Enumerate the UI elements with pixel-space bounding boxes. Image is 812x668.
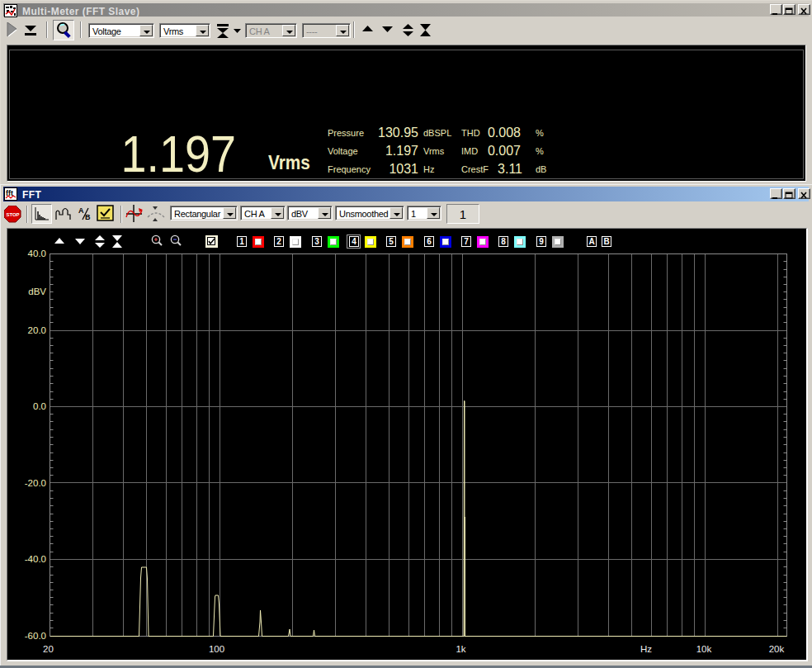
- svg-text:-40.0: -40.0: [25, 554, 46, 564]
- svg-text:-60.0: -60.0: [25, 631, 46, 641]
- svg-text:1k: 1k: [456, 644, 465, 654]
- svg-text:Hz: Hz: [640, 644, 652, 654]
- svg-text:20k: 20k: [769, 644, 785, 654]
- svg-text:40.0: 40.0: [28, 249, 46, 258]
- svg-text:20.0: 20.0: [28, 325, 46, 335]
- svg-text:-20.0: -20.0: [25, 478, 46, 488]
- svg-text:10k: 10k: [696, 644, 712, 654]
- svg-text:20: 20: [43, 644, 54, 654]
- svg-text:0.0: 0.0: [33, 401, 46, 411]
- svg-text:100: 100: [209, 644, 224, 654]
- svg-text:dBV: dBV: [28, 287, 46, 296]
